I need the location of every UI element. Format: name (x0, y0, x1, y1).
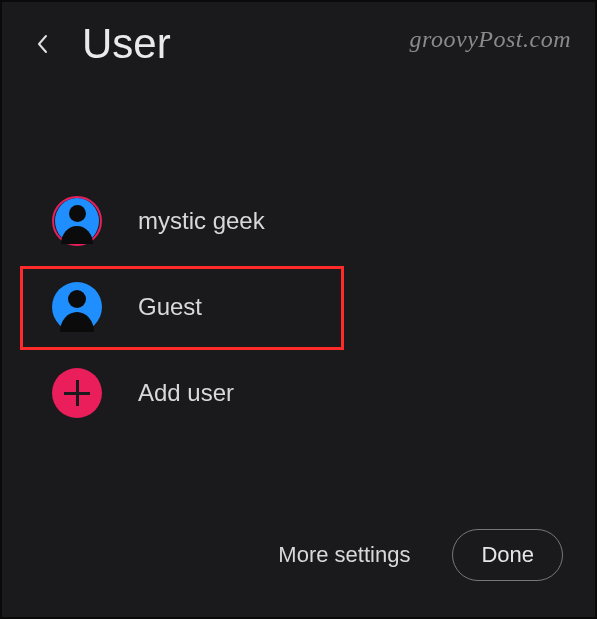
user-item-add[interactable]: Add user (52, 350, 595, 436)
user-label: mystic geek (138, 207, 265, 235)
user-item-guest[interactable]: Guest (52, 264, 595, 350)
user-item-current[interactable]: mystic geek (52, 178, 595, 264)
footer: More settings Done (278, 529, 563, 581)
person-icon (68, 290, 86, 308)
chevron-left-icon (36, 34, 48, 54)
plus-icon (64, 380, 90, 406)
back-button[interactable] (30, 32, 54, 56)
watermark: groovyPost.com (410, 26, 571, 53)
avatar-selected (52, 196, 102, 246)
user-label: Guest (138, 293, 202, 321)
avatar (52, 282, 102, 332)
add-avatar (52, 368, 102, 418)
page-title: User (82, 20, 171, 68)
done-button[interactable]: Done (452, 529, 563, 581)
person-icon (69, 205, 86, 222)
more-settings-link[interactable]: More settings (278, 542, 410, 568)
user-label: Add user (138, 379, 234, 407)
user-list: mystic geek Guest Add user (2, 178, 595, 436)
